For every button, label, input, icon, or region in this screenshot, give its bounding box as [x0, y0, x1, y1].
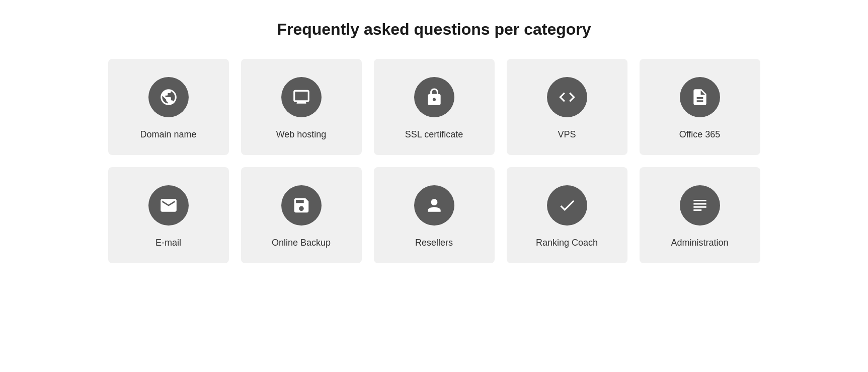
ssl-certificate-icon-circle	[414, 77, 454, 117]
vps-icon-circle	[547, 77, 587, 117]
category-card-ssl-certificate[interactable]: SSL certificate	[374, 59, 495, 155]
save-icon	[292, 196, 311, 215]
person-icon	[425, 196, 444, 215]
lock-icon	[425, 88, 444, 107]
code-icon	[558, 88, 577, 107]
categories-row-2: E-mail Online Backup Resellers	[82, 167, 786, 263]
web-hosting-label: Web hosting	[276, 129, 327, 140]
online-backup-label: Online Backup	[272, 238, 331, 248]
ranking-coach-icon-circle	[547, 185, 587, 226]
resellers-label: Resellers	[415, 238, 453, 248]
category-card-office-365[interactable]: Office 365	[640, 59, 760, 155]
monitor-icon	[292, 88, 311, 107]
envelope-icon	[159, 196, 178, 215]
category-card-resellers[interactable]: Resellers	[374, 167, 495, 263]
administration-label: Administration	[671, 238, 728, 248]
page-title: Frequently asked questions per category	[82, 20, 786, 39]
vps-label: VPS	[558, 129, 576, 140]
categories-row-1: Domain name Web hosting SSL certif	[82, 59, 786, 155]
ssl-certificate-label: SSL certificate	[405, 129, 463, 140]
domain-name-label: Domain name	[140, 129, 196, 140]
checkmark-icon	[558, 196, 577, 215]
category-card-administration[interactable]: Administration	[640, 167, 760, 263]
email-icon-circle	[148, 185, 189, 226]
page-container: Frequently asked questions per category …	[82, 20, 786, 263]
category-card-domain-name[interactable]: Domain name	[108, 59, 229, 155]
web-hosting-icon-circle	[281, 77, 322, 117]
office-365-label: Office 365	[679, 129, 721, 140]
email-label: E-mail	[155, 238, 181, 248]
administration-icon-circle	[680, 185, 720, 226]
category-card-online-backup[interactable]: Online Backup	[241, 167, 362, 263]
globe-icon	[159, 88, 178, 107]
category-card-vps[interactable]: VPS	[507, 59, 627, 155]
resellers-icon-circle	[414, 185, 454, 226]
category-card-ranking-coach[interactable]: Ranking Coach	[507, 167, 627, 263]
document-icon	[690, 88, 709, 107]
category-card-web-hosting[interactable]: Web hosting	[241, 59, 362, 155]
list-icon	[690, 196, 709, 215]
domain-name-icon-circle	[148, 77, 189, 117]
ranking-coach-label: Ranking Coach	[536, 238, 598, 248]
categories-grid: Domain name Web hosting SSL certif	[82, 59, 786, 263]
office-365-icon-circle	[680, 77, 720, 117]
category-card-email[interactable]: E-mail	[108, 167, 229, 263]
online-backup-icon-circle	[281, 185, 322, 226]
